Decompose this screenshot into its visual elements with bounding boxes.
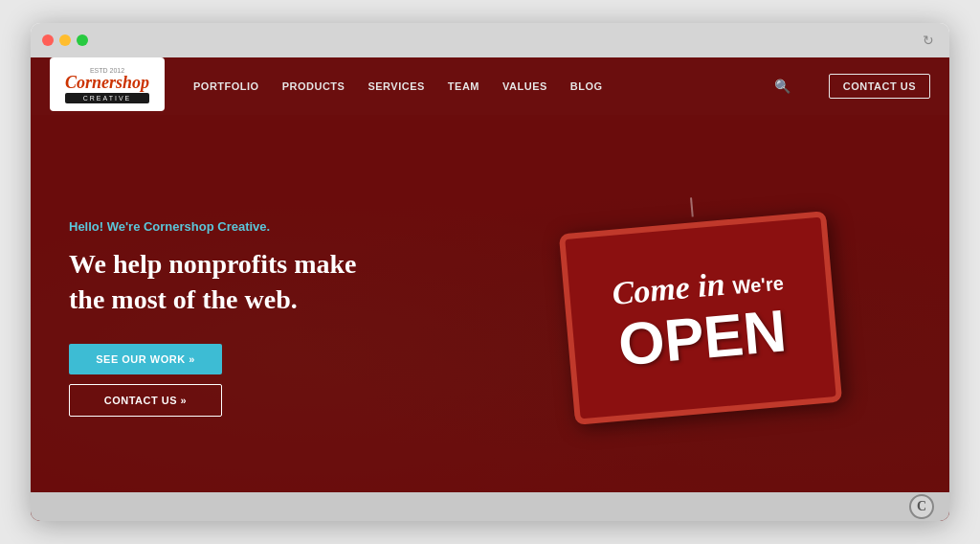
maximize-button[interactable] bbox=[77, 34, 88, 46]
sign-were: We're bbox=[732, 272, 785, 299]
refresh-icon[interactable]: ↻ bbox=[923, 33, 938, 48]
traffic-lights bbox=[42, 34, 88, 46]
nav-contact-button[interactable]: CONTACT US bbox=[829, 74, 930, 99]
nav-products[interactable]: PRODUCTS bbox=[282, 80, 345, 92]
see-our-work-button[interactable]: SEE OUR WORK » bbox=[69, 344, 222, 374]
minimize-button[interactable] bbox=[59, 34, 71, 46]
browser-window: ↻ ESTD 2012 Cornershop CREATIVE PORTFOLI… bbox=[31, 23, 949, 521]
open-sign: Come in We're OPEN bbox=[559, 211, 842, 425]
hero-section: Hello! We're Cornershop Creative. We hel… bbox=[31, 115, 949, 521]
nav-services[interactable]: SERVICES bbox=[368, 80, 424, 92]
logo[interactable]: ESTD 2012 Cornershop CREATIVE bbox=[50, 57, 165, 111]
browser-chrome: ↻ bbox=[31, 23, 949, 57]
site-nav: PORTFOLIO PRODUCTS SERVICES TEAM VALUES … bbox=[193, 74, 930, 99]
hero-tagline: Hello! We're Cornershop Creative. bbox=[69, 219, 357, 234]
open-sign-container: Come in We're OPEN bbox=[559, 211, 842, 425]
hero-headline: We help nonprofits makethe most of the w… bbox=[69, 247, 357, 317]
sign-open: OPEN bbox=[616, 301, 789, 374]
nav-values[interactable]: VALUES bbox=[502, 80, 547, 92]
hero-contact-button[interactable]: CONTACT US » bbox=[69, 384, 222, 417]
logo-inner: ESTD 2012 Cornershop CREATIVE bbox=[65, 66, 149, 103]
website-content: ESTD 2012 Cornershop CREATIVE PORTFOLIO … bbox=[31, 57, 949, 521]
hero-bottom-strip: C bbox=[31, 492, 949, 521]
nav-blog[interactable]: BLOG bbox=[570, 80, 603, 92]
logo-creative: CREATIVE bbox=[65, 93, 149, 103]
nav-team[interactable]: TEAM bbox=[448, 80, 479, 92]
site-header: ESTD 2012 Cornershop CREATIVE PORTFOLIO … bbox=[31, 57, 949, 115]
cornershop-badge: C bbox=[909, 494, 934, 519]
nav-portfolio[interactable]: PORTFOLIO bbox=[193, 80, 259, 92]
logo-name: Cornershop bbox=[65, 74, 149, 91]
hero-content: Hello! We're Cornershop Creative. We hel… bbox=[31, 191, 395, 445]
search-icon[interactable]: 🔍 bbox=[774, 79, 791, 94]
close-button[interactable] bbox=[42, 34, 54, 46]
